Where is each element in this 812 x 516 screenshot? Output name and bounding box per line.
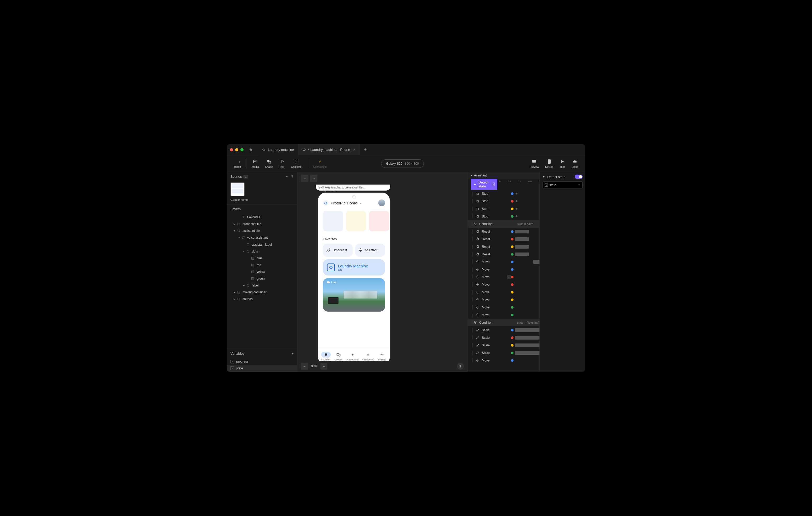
expand-chevron-icon[interactable]: ▶	[242, 284, 245, 287]
timeline-bar[interactable]	[515, 328, 540, 332]
response-row[interactable]: Move	[468, 311, 540, 318]
response-row[interactable]: Move	[468, 258, 540, 266]
device-button[interactable]: Device	[542, 159, 556, 168]
expand-chevron-icon[interactable]: ▶	[233, 298, 236, 300]
import-button[interactable]: ↓ Import	[230, 159, 244, 168]
response-row[interactable]: Stop	[468, 198, 540, 205]
response-row[interactable]: Move	[468, 281, 540, 288]
response-row[interactable]: Scale	[468, 341, 540, 349]
timeline-track[interactable]	[514, 341, 540, 349]
response-row[interactable]: Stop	[468, 190, 540, 198]
container-button[interactable]: Container	[288, 159, 306, 168]
variable-select[interactable]: x state ▼	[542, 181, 583, 189]
timeline-track[interactable]	[514, 258, 540, 266]
shape-button[interactable]: Shape	[262, 159, 276, 168]
zoom-out-button[interactable]: −	[301, 363, 308, 370]
timeline-marker[interactable]	[516, 208, 517, 210]
layer-row[interactable]: ▶ sounds	[227, 296, 297, 302]
timeline-track[interactable]	[514, 198, 540, 205]
layer-row[interactable]: ▶ broadcast tile	[227, 221, 297, 227]
response-row[interactable]: Move	[468, 288, 540, 296]
timeline-track[interactable]	[514, 288, 540, 296]
variable-state[interactable]: x state	[227, 365, 297, 372]
expand-chevron-icon[interactable]: ▶	[233, 223, 236, 225]
timeline-track[interactable]	[514, 281, 540, 288]
enabled-toggle[interactable]	[575, 175, 583, 179]
timeline-track[interactable]	[514, 190, 540, 198]
trigger-detect-state[interactable]: ✦ Detect state x	[471, 179, 497, 190]
phone-artboard[interactable]: ProtoPie Home ⌄ Favorites B	[318, 192, 390, 361]
timeline-track[interactable]	[514, 243, 540, 250]
timeline-track[interactable]	[514, 334, 540, 341]
response-row[interactable]: Scale	[468, 334, 540, 341]
scene-thumbnail[interactable]: Google home	[230, 182, 293, 202]
layer-row[interactable]: ▶ moving container	[227, 289, 297, 296]
layer-row[interactable]: blue	[227, 255, 297, 262]
canvas-back-button[interactable]: ←	[301, 175, 309, 182]
tab-laundry-machine-phone[interactable]: * Laundry machine – Phone ×	[298, 144, 360, 155]
timeline-bar[interactable]	[515, 252, 529, 256]
variable-progress[interactable]: x progress	[227, 358, 297, 365]
timeline-bar[interactable]	[515, 343, 540, 347]
expand-chevron-icon[interactable]: ▼	[237, 236, 241, 239]
timeline-track[interactable]	[514, 250, 540, 258]
timeline-track[interactable]	[514, 326, 540, 334]
response-row[interactable]: Reset	[468, 228, 540, 235]
layer-row[interactable]: yellow	[227, 269, 297, 275]
response-row[interactable]: Move	[468, 296, 540, 303]
media-button[interactable]: Media	[249, 159, 262, 168]
condition-row[interactable]: Condition state = "idle"	[468, 220, 540, 228]
condition-row[interactable]: Condition state = "listening"	[468, 318, 540, 326]
timeline-track[interactable]	[514, 303, 540, 311]
help-button[interactable]: ?	[457, 363, 464, 370]
response-row[interactable]: Scale	[468, 326, 540, 334]
timeline-track[interactable]	[514, 357, 540, 364]
layer-row[interactable]: T Favorites	[227, 214, 297, 221]
response-row[interactable]: Move	[468, 357, 540, 364]
layer-row[interactable]: T assistant label	[227, 241, 297, 248]
response-row[interactable]: Stop	[468, 205, 540, 213]
layer-row[interactable]: ▼ assistant tile	[227, 227, 297, 234]
timeline-marker[interactable]	[516, 215, 517, 217]
timeline-marker[interactable]	[516, 193, 517, 194]
layer-row[interactable]: red	[227, 262, 297, 269]
response-row[interactable]: Stop	[468, 213, 540, 220]
tab-laundry-machine[interactable]: Laundry machine	[258, 144, 298, 155]
timeline-track[interactable]	[514, 205, 540, 213]
layer-row[interactable]: ▶ label	[227, 282, 297, 289]
timeline-track[interactable]	[514, 213, 540, 220]
run-button[interactable]: Run	[556, 159, 569, 168]
response-row[interactable]: Reset	[468, 243, 540, 250]
timeline-marker[interactable]	[516, 200, 517, 202]
close-window-button[interactable]	[230, 148, 233, 151]
timeline-bar[interactable]	[515, 237, 529, 241]
canvas-forward-button[interactable]: →	[310, 175, 317, 182]
timeline-bar[interactable]	[515, 245, 529, 249]
device-selector[interactable]: Galaxy S20 360 × 800	[381, 159, 424, 168]
timeline-track[interactable]	[514, 228, 540, 235]
delete-trigger-button[interactable]: x	[492, 182, 495, 186]
maximize-window-button[interactable]	[240, 148, 243, 151]
expand-chevron-icon[interactable]: ▼	[233, 230, 236, 232]
interaction-group-header[interactable]: ▼ Assistant	[468, 172, 540, 179]
preview-button[interactable]: Preview	[527, 159, 542, 168]
add-variable-button[interactable]: +	[291, 352, 293, 356]
minimize-window-button[interactable]	[235, 148, 238, 151]
cloud-button[interactable]: Cloud	[569, 159, 582, 168]
add-scene-button[interactable]: +	[286, 175, 288, 179]
home-button[interactable]	[249, 148, 253, 152]
layer-row[interactable]: ▼ dots	[227, 248, 297, 255]
layer-row[interactable]: ▼ voice assistant	[227, 234, 297, 241]
response-row[interactable]: Move +	[468, 273, 540, 281]
add-response-button[interactable]: +	[507, 275, 511, 279]
timeline-track[interactable]	[514, 311, 540, 318]
timeline-bar[interactable]	[515, 230, 529, 234]
timeline-bar[interactable]	[533, 260, 540, 264]
response-row[interactable]: Reset	[468, 235, 540, 243]
timeline-track[interactable]	[514, 273, 540, 281]
response-row[interactable]: Move	[468, 303, 540, 311]
response-row[interactable]: Move	[468, 266, 540, 273]
text-button[interactable]: T▾ Text	[276, 159, 288, 168]
zoom-in-button[interactable]: +	[320, 363, 327, 370]
timeline-track[interactable]	[514, 266, 540, 273]
